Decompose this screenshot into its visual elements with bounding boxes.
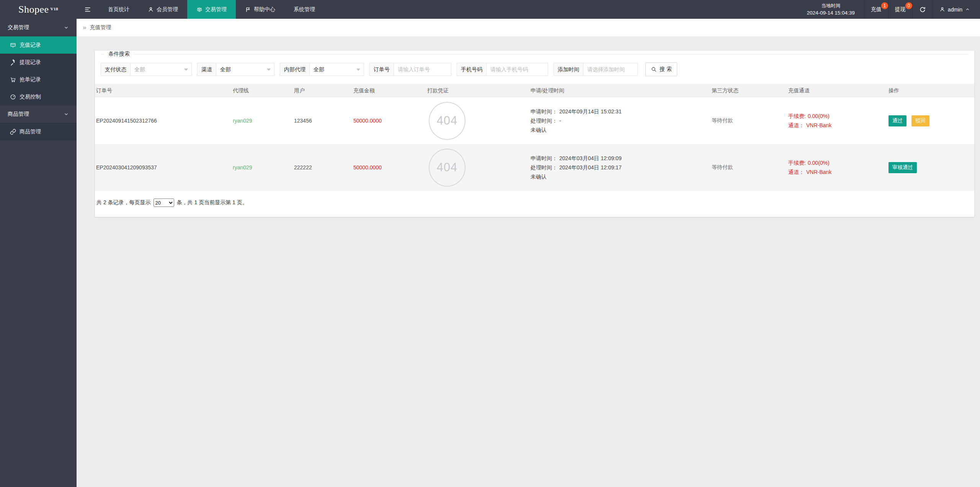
approve-review-button[interactable]: 审核通过: [889, 162, 917, 173]
filter-pay-status: 支付状态 全部: [101, 63, 192, 76]
reject-button[interactable]: 驳回: [911, 115, 929, 126]
user-menu[interactable]: admin: [933, 0, 980, 19]
top-menu-label: 会员管理: [157, 6, 178, 13]
brand-name: Shopee: [18, 4, 49, 15]
table-header-row: 订单号 代理线 用户 充值金额 打款凭证 申请/处理时间 第三方状态 充值通道 …: [95, 84, 974, 97]
add-time-input[interactable]: [583, 63, 638, 76]
table-row: EP202403041209093537 ryan029 222222 5000…: [95, 144, 974, 191]
sidebar-item-withdraw-records[interactable]: 提现记录: [0, 54, 77, 71]
sidebar-item-label: 提现记录: [20, 59, 41, 66]
order-no: EP202403041209093537: [96, 164, 157, 171]
sidebar-group-products[interactable]: 商品管理: [0, 105, 77, 123]
brand-version: V18: [51, 7, 58, 11]
column-header-times: 申请/处理时间: [529, 84, 710, 97]
username: admin: [948, 7, 962, 13]
recharge-notice-label: 充值: [871, 6, 882, 12]
pagination-summary-before: 共 2 条记录，每页显示: [96, 199, 151, 206]
order-no: EP202409141502312766: [96, 118, 157, 124]
add-time-label: 添加时间: [554, 63, 583, 76]
top-menu-item-transactions[interactable]: 交易管理: [187, 0, 236, 19]
pay-status-label: 支付状态: [101, 63, 131, 76]
filter-phone: 手机号码: [457, 63, 548, 76]
user-icon: [939, 7, 945, 12]
internal-agent-label: 内部代理: [280, 63, 310, 76]
fee-line: 手续费:0.00(0%): [788, 112, 887, 121]
recharge-badge: 1: [881, 2, 888, 9]
third-party-status: 等待付款: [712, 117, 733, 123]
channel-line: 通道：VNR-Bank: [788, 121, 887, 130]
search-icon: [651, 66, 657, 72]
filter-add-time: 添加时间: [554, 63, 638, 76]
withdraw-notice[interactable]: 提现 0: [888, 0, 912, 19]
recharge-amount: 50000.0000: [353, 118, 382, 124]
topbar-right: 当地时间 2024-09-14 15:04:39 充值 1 提现 0 admin: [800, 0, 980, 19]
withdraw-notice-label: 提现: [895, 6, 906, 12]
recharge-notice[interactable]: 充值 1: [864, 0, 888, 19]
agent-link[interactable]: ryan029: [233, 118, 252, 124]
channel-label: 渠道: [197, 63, 216, 76]
column-header-actions: 操作: [887, 84, 974, 97]
sidebar-item-label: 交易控制: [20, 93, 41, 100]
internal-agent-select[interactable]: 全部: [310, 63, 364, 76]
sidebar-item-transaction-control[interactable]: 交易控制: [0, 88, 77, 105]
voucher-image-placeholder[interactable]: 404: [429, 102, 466, 140]
collapse-sidebar-button[interactable]: [77, 0, 99, 19]
caret-down-icon: [267, 69, 271, 71]
order-no-input[interactable]: [394, 63, 451, 76]
pay-status-value: 全部: [134, 66, 145, 72]
fee-line: 手续费:0.00(0%): [788, 158, 887, 167]
filter-internal-agent: 内部代理 全部: [280, 63, 364, 76]
column-header-third-status: 第三方状态: [710, 84, 787, 97]
sidebar-group-label: 商品管理: [8, 111, 29, 118]
agent-link[interactable]: ryan029: [233, 164, 252, 171]
pagination-summary-after: 条，共 1 页当前显示第 1 页。: [177, 199, 248, 206]
voucher-image-placeholder[interactable]: 404: [429, 149, 466, 187]
page-size-select[interactable]: 20: [154, 198, 174, 207]
sidebar-item-order-grab-records[interactable]: 抢单记录: [0, 71, 77, 88]
pay-status-select[interactable]: 全部: [131, 63, 192, 76]
top-menu-item-help[interactable]: 帮助中心: [236, 0, 284, 19]
column-header-order-no: 订单号: [95, 84, 232, 97]
flag-icon: [245, 7, 251, 13]
refresh-button[interactable]: [912, 0, 933, 19]
voucher-404-text: 404: [437, 114, 458, 128]
search-fieldset: 条件搜索 支付状态 全部 渠道 全部: [101, 51, 969, 79]
voucher-404-text: 404: [437, 161, 458, 174]
sidebar-group-items: 商品管理: [0, 123, 77, 140]
content: 条件搜索 支付状态 全部 渠道 全部: [77, 36, 980, 487]
approve-button[interactable]: 通过: [889, 115, 906, 126]
sidebar-item-label: 充值记录: [20, 42, 41, 49]
process-time-line: 处理时间：-: [531, 116, 710, 125]
sidebar-group-transactions[interactable]: 交易管理: [0, 19, 77, 36]
caret-down-icon: [356, 69, 360, 71]
top-menu-item-home-stats[interactable]: 首页统计: [99, 0, 139, 19]
sidebar-group-label: 交易管理: [8, 24, 29, 31]
sidebar-item-product-management[interactable]: 商品管理: [0, 123, 77, 140]
cart-icon: [10, 77, 16, 83]
filter-row: 支付状态 全部 渠道 全部 内部代理: [101, 62, 969, 76]
process-time-line: 处理时间：2024年03月04日 12:09:17: [531, 163, 710, 172]
filter-order-no: 订单号: [369, 63, 451, 76]
local-time-label: 当地时间: [821, 2, 840, 9]
chevron-down-icon: [64, 25, 69, 30]
withdraw-badge: 0: [905, 2, 912, 9]
column-header-agent: 代理线: [232, 84, 293, 97]
channel-select[interactable]: 全部: [216, 63, 274, 76]
internal-agent-value: 全部: [314, 66, 324, 72]
phone-input[interactable]: [487, 63, 548, 76]
caret-down-icon: [184, 69, 188, 71]
top-menu-item-members[interactable]: 会员管理: [139, 0, 187, 19]
search-button[interactable]: 搜 索: [645, 62, 677, 76]
order-no-label: 订单号: [369, 63, 394, 76]
top-menu-item-system[interactable]: 系统管理: [284, 0, 324, 19]
breadcrumb-chevrons-icon: »: [83, 24, 86, 31]
chevron-up-icon: [965, 7, 970, 12]
filter-channel: 渠道 全部: [197, 63, 274, 76]
top-menu: 首页统计 会员管理 交易管理 帮助中心 系统管理: [99, 0, 324, 19]
recharge-table: 订单号 代理线 用户 充值金额 打款凭证 申请/处理时间 第三方状态 充值通道 …: [95, 84, 974, 191]
breadcrumb: » 充值管理: [77, 19, 980, 36]
table-row: EP202409141502312766 ryan029 123456 5000…: [95, 97, 974, 144]
apply-time-line: 申请时间：2024年09月14日 15:02:31: [531, 107, 710, 116]
gauge-icon: [10, 94, 16, 100]
sidebar-item-recharge-records[interactable]: 充值记录: [0, 36, 77, 54]
